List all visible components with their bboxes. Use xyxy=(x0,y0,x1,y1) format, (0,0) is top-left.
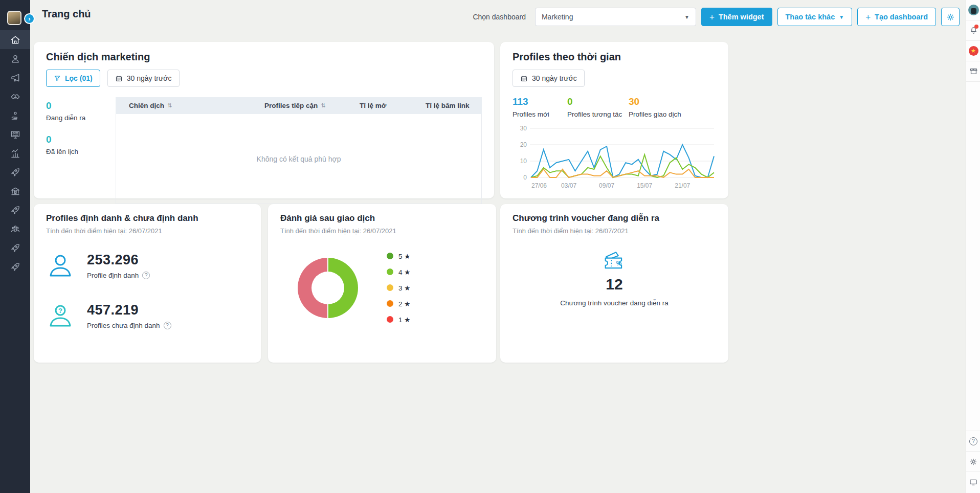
column-label: Tỉ lệ mở xyxy=(360,102,386,109)
chevron-down-icon: ▼ xyxy=(684,14,689,20)
card-title: Đánh giá sau giao dịch xyxy=(280,213,484,223)
table-header: Chiến dịch ⇅ Profiles tiếp cận ⇅ Tỉ lệ m… xyxy=(116,97,482,114)
storefront-icon xyxy=(969,67,978,76)
profiles-stats-row: 113 Profiles mới 0 Profiles tương tác 30… xyxy=(513,96,716,118)
add-widget-button[interactable]: + Thêm widget xyxy=(701,8,772,26)
stat-label: Đang diễn ra xyxy=(46,114,116,122)
svg-text:21/07: 21/07 xyxy=(675,182,690,189)
legend-label: 1 ★ xyxy=(398,316,410,324)
users-icon xyxy=(10,224,20,234)
legend-dot xyxy=(387,253,393,259)
legend-dot xyxy=(387,300,393,307)
sidebar-item-user[interactable] xyxy=(0,49,30,68)
stat-label: Profiles giao dịch xyxy=(629,110,683,118)
sidebar-item-users[interactable] xyxy=(0,219,30,238)
filter-button[interactable]: Lọc (01) xyxy=(46,70,100,87)
sidebar-expand-button[interactable]: › xyxy=(24,13,35,24)
voucher-label: Chương trình voucher đang diễn ra xyxy=(560,299,669,307)
card-profiles-over-time: Profiles theo thời gian 30 ngày trước 11… xyxy=(500,42,728,198)
notification-badge xyxy=(974,25,978,29)
legend-dot xyxy=(387,268,393,275)
dashboard-select-value: Marketing xyxy=(542,13,573,21)
stat-new-profiles: 113 Profiles mới xyxy=(513,96,567,118)
create-dashboard-button[interactable]: + Tạo dashboard xyxy=(857,8,936,26)
chart-icon xyxy=(10,148,20,159)
handshake-icon xyxy=(10,92,20,102)
legend-label: 2 ★ xyxy=(398,300,410,308)
sidebar-item-handshake[interactable] xyxy=(0,87,30,106)
stat-transacting-profiles: 30 Profiles giao dịch xyxy=(629,96,683,118)
voucher-count: 12 xyxy=(606,276,622,293)
sort-icon[interactable]: ⇅ xyxy=(167,102,172,109)
identified-person-icon xyxy=(46,252,75,281)
unidentified-label: Profiles chưa định danh ? xyxy=(87,322,171,329)
card-as-of: Tính đến thời điểm hiện tại: 26/07/2021 xyxy=(280,227,484,235)
svg-text:%: % xyxy=(616,260,622,267)
sidebar-item-rocket-2[interactable] xyxy=(0,200,30,219)
column-label: Profiles tiếp cận xyxy=(264,102,318,109)
empty-text: Không có kết quả phù hợp xyxy=(257,155,341,163)
sidebar-item-rocket-1[interactable] xyxy=(0,163,30,182)
sidebar-nav xyxy=(0,30,30,276)
profiles-line-chart: 010203027/0603/0709/0715/0721/07 xyxy=(513,123,716,197)
settings-button[interactable] xyxy=(966,451,980,472)
funnel-icon xyxy=(54,75,61,82)
store-button[interactable] xyxy=(966,61,980,82)
hand-user-icon xyxy=(10,110,20,121)
locale-button[interactable]: ★ xyxy=(966,41,980,61)
stat-value: 113 xyxy=(513,96,567,107)
legend-label: 4 ★ xyxy=(398,268,410,276)
legend-dot xyxy=(387,284,393,291)
help-icon[interactable]: ? xyxy=(142,272,150,279)
legend-item-3-star: 3 ★ xyxy=(387,280,410,296)
create-dashboard-label: Tạo dashboard xyxy=(875,13,928,21)
sidebar-item-home[interactable] xyxy=(0,30,30,49)
help-button[interactable]: ? xyxy=(966,431,980,451)
rocket-icon xyxy=(10,243,20,253)
svg-text:?: ? xyxy=(58,307,62,315)
label-text: Profiles chưa định danh xyxy=(87,322,160,329)
column-header-campaign[interactable]: Chiến dịch ⇅ xyxy=(116,102,251,109)
display-button[interactable] xyxy=(966,472,980,492)
page-title: Trang chủ xyxy=(42,8,91,20)
add-widget-label: Thêm widget xyxy=(719,13,764,21)
card-title: Chiến dịch marketing xyxy=(46,51,482,63)
sidebar-item-rocket-4[interactable] xyxy=(0,257,30,276)
user-avatar[interactable] xyxy=(966,0,980,20)
svg-text:09/07: 09/07 xyxy=(599,182,614,189)
legend-label: 3 ★ xyxy=(398,284,410,292)
dashboard-settings-button[interactable] xyxy=(941,8,960,26)
date-range-button[interactable]: 30 ngày trước xyxy=(513,70,585,87)
ratings-donut-chart xyxy=(298,258,358,318)
legend-label: 5 ★ xyxy=(398,252,410,260)
sidebar-item-monitor[interactable] xyxy=(0,125,30,144)
stat-value: 0 xyxy=(46,100,116,111)
stat-label: Profiles mới xyxy=(513,110,567,118)
sidebar-item-hand-user[interactable] xyxy=(0,106,30,125)
card-identified-profiles: Profiles định danh & chưa định danh Tính… xyxy=(34,204,261,363)
rocket-icon xyxy=(10,262,20,272)
home-icon xyxy=(10,35,20,45)
stat-label: Đã lên lịch xyxy=(46,148,116,155)
gear-icon xyxy=(946,13,955,21)
date-range-button[interactable]: 30 ngày trước xyxy=(107,70,180,87)
rail-bottom-group: ? xyxy=(966,431,980,492)
column-header-profiles-reached[interactable]: Profiles tiếp cận ⇅ xyxy=(251,102,346,109)
sidebar-item-bank[interactable] xyxy=(0,182,30,200)
sidebar-item-rocket-3[interactable] xyxy=(0,238,30,257)
more-actions-button[interactable]: Thao tác khác ▼ xyxy=(777,8,853,26)
choose-dashboard-label: Chọn dashboard xyxy=(473,13,526,21)
ratings-legend: 5 ★ 4 ★ 3 ★ 2 ★ 1 ★ xyxy=(387,248,410,327)
notifications-button[interactable] xyxy=(966,20,980,41)
voucher-icon: % xyxy=(601,249,628,272)
help-icon[interactable]: ? xyxy=(164,322,171,329)
sort-icon[interactable]: ⇅ xyxy=(321,102,325,109)
sidebar-item-chart[interactable] xyxy=(0,144,30,163)
calendar-icon xyxy=(115,75,123,82)
column-header-click-rate: Tỉ lệ bấm link xyxy=(412,102,482,109)
dashboard-select[interactable]: Marketing ▼ xyxy=(535,8,696,26)
app-logo[interactable] xyxy=(7,11,21,25)
legend-item-4-star: 4 ★ xyxy=(387,264,410,280)
sidebar-item-megaphone[interactable] xyxy=(0,68,30,87)
identified-row: 253.296 Profile định danh ? xyxy=(46,252,249,281)
